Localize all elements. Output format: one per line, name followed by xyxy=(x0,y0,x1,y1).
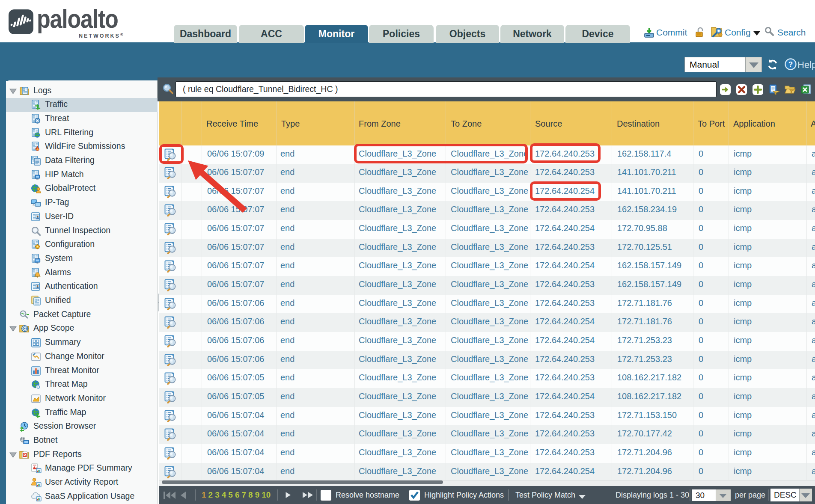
svg-text:?: ? xyxy=(788,60,793,68)
